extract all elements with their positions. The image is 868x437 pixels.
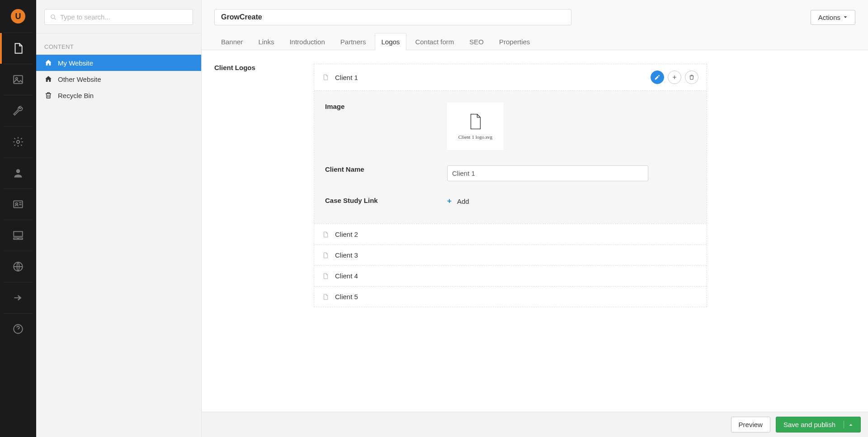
tree-item-other-website[interactable]: Other Website bbox=[36, 71, 201, 87]
tab-properties[interactable]: Properties bbox=[492, 33, 537, 50]
rail-developer[interactable] bbox=[0, 127, 36, 157]
tree-item-label: Recycle Bin bbox=[58, 92, 94, 99]
document-icon bbox=[322, 273, 329, 280]
svg-rect-4 bbox=[14, 201, 23, 207]
document-icon bbox=[322, 293, 329, 301]
add-case-study-link[interactable]: + Add bbox=[447, 197, 696, 206]
rail-content[interactable] bbox=[0, 33, 36, 64]
plus-icon bbox=[671, 74, 678, 80]
tree-item-label: Other Website bbox=[58, 75, 101, 83]
svg-rect-8 bbox=[19, 238, 23, 239]
tab-partners[interactable]: Partners bbox=[334, 33, 373, 50]
caret-up-icon bbox=[849, 423, 853, 427]
editor: Actions Banner Links Introduction Partne… bbox=[202, 0, 868, 437]
tab-banner[interactable]: Banner bbox=[214, 33, 250, 50]
id-card-icon bbox=[12, 198, 24, 210]
preview-button[interactable]: Preview bbox=[731, 417, 770, 432]
tab-label: Logos bbox=[382, 38, 400, 46]
tab-label: Introduction bbox=[289, 38, 325, 46]
nested-content-list: Client 1 bbox=[314, 64, 707, 307]
tree-search-wrap bbox=[36, 0, 201, 33]
nested-item-header[interactable]: Client 1 bbox=[314, 64, 707, 90]
nested-item-header[interactable]: Client 5 bbox=[314, 287, 707, 307]
document-icon bbox=[322, 74, 329, 81]
rail-users[interactable] bbox=[0, 158, 36, 188]
rail-translation[interactable] bbox=[0, 251, 36, 282]
tree-list: My Website Other Website Recycle Bin bbox=[36, 55, 201, 103]
globe-icon bbox=[12, 261, 24, 273]
save-and-publish-button[interactable]: Save and publish bbox=[776, 417, 861, 432]
document-icon bbox=[12, 42, 24, 54]
actions-dropdown[interactable]: Actions bbox=[811, 10, 855, 25]
nested-item-client-5: Client 5 bbox=[314, 286, 707, 307]
tree-section-label: CONTENT bbox=[36, 33, 201, 55]
tab-contact-form[interactable]: Contact form bbox=[408, 33, 461, 50]
svg-rect-0 bbox=[14, 75, 23, 83]
svg-point-3 bbox=[16, 169, 20, 173]
tab-label: Links bbox=[258, 38, 274, 46]
nested-item-header[interactable]: Client 3 bbox=[314, 245, 707, 265]
client-name-input[interactable] bbox=[447, 165, 648, 181]
rail-help[interactable] bbox=[0, 314, 36, 344]
nested-item-title: Client 2 bbox=[335, 230, 358, 238]
nested-item-title: Client 5 bbox=[335, 293, 358, 301]
user-icon bbox=[12, 167, 24, 179]
layout-icon bbox=[12, 230, 24, 241]
rail-media[interactable] bbox=[0, 64, 36, 95]
trash-icon bbox=[689, 74, 695, 80]
field-label-client-name: Client Name bbox=[325, 165, 429, 181]
tab-logos[interactable]: Logos bbox=[375, 33, 407, 50]
file-icon bbox=[469, 113, 482, 130]
arrow-right-icon bbox=[12, 292, 24, 304]
tree-item-label: My Website bbox=[58, 59, 93, 67]
wrench-icon bbox=[12, 105, 24, 117]
tab-label: Banner bbox=[221, 38, 243, 46]
nested-item-client-2: Client 2 bbox=[314, 224, 707, 244]
svg-point-2 bbox=[17, 141, 20, 144]
editor-tabs: Banner Links Introduction Partners Logos… bbox=[214, 33, 855, 50]
tab-introduction[interactable]: Introduction bbox=[283, 33, 331, 50]
nested-item-actions bbox=[651, 70, 698, 84]
pencil-icon bbox=[654, 74, 660, 80]
image-icon bbox=[12, 74, 24, 85]
tab-links[interactable]: Links bbox=[251, 33, 281, 50]
nested-item-title: Client 4 bbox=[335, 272, 358, 280]
rail-settings[interactable] bbox=[0, 95, 36, 126]
node-name-input[interactable] bbox=[214, 9, 571, 25]
tab-label: Properties bbox=[499, 38, 530, 46]
publish-label: Save and publish bbox=[783, 421, 835, 428]
tree-item-recycle-bin[interactable]: Recycle Bin bbox=[36, 87, 201, 103]
tab-seo[interactable]: SEO bbox=[462, 33, 491, 50]
add-button[interactable] bbox=[668, 70, 681, 84]
nested-item-header[interactable]: Client 4 bbox=[314, 266, 707, 286]
preview-label: Preview bbox=[739, 421, 763, 428]
gear-icon bbox=[12, 136, 24, 148]
search-input[interactable] bbox=[60, 13, 187, 21]
field-label-image: Image bbox=[325, 103, 429, 150]
publish-split[interactable] bbox=[844, 421, 853, 428]
search-input-wrap[interactable] bbox=[44, 9, 193, 25]
image-thumbnail[interactable]: Client 1 logo.svg bbox=[447, 103, 504, 150]
rail-forms[interactable] bbox=[0, 220, 36, 251]
tab-label: Contact form bbox=[415, 38, 454, 46]
svg-rect-7 bbox=[14, 238, 18, 239]
nested-item-client-4: Client 4 bbox=[314, 265, 707, 286]
edit-button[interactable] bbox=[651, 70, 664, 84]
trash-icon bbox=[44, 91, 52, 99]
home-icon bbox=[44, 59, 52, 67]
search-icon bbox=[50, 14, 57, 20]
rail-members[interactable] bbox=[0, 189, 36, 220]
add-link-label: Add bbox=[457, 197, 469, 205]
tab-label: SEO bbox=[469, 38, 484, 46]
tab-label: Partners bbox=[340, 38, 366, 46]
svg-rect-6 bbox=[14, 231, 23, 236]
rail-next[interactable] bbox=[0, 282, 36, 313]
delete-button[interactable] bbox=[685, 70, 698, 84]
image-filename: Client 1 logo.svg bbox=[458, 134, 492, 140]
tree-item-my-website[interactable]: My Website bbox=[36, 55, 201, 71]
svg-point-11 bbox=[51, 14, 55, 18]
editor-footer: Preview Save and publish bbox=[202, 412, 868, 437]
umbraco-logo[interactable]: U bbox=[0, 0, 36, 33]
nested-item-title: Client 3 bbox=[335, 251, 358, 259]
nested-item-header[interactable]: Client 2 bbox=[314, 224, 707, 244]
